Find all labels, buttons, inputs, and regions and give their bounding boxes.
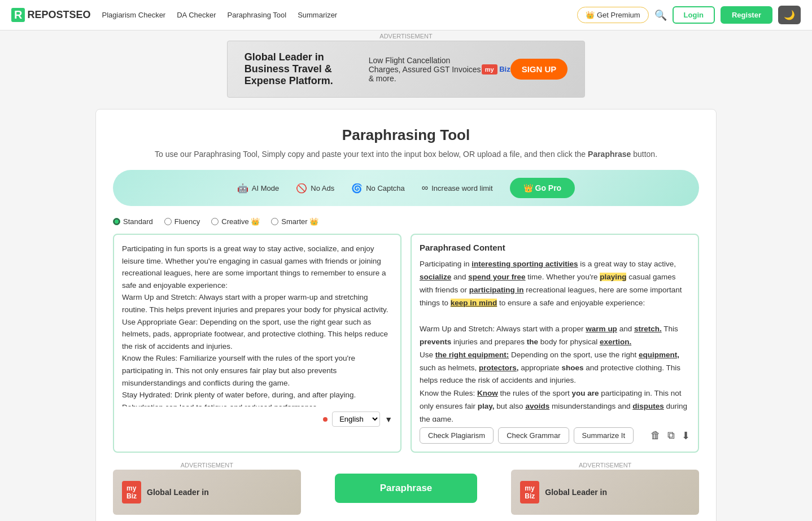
ph-word: socialize [420,273,451,281]
mode-fluency-label: Fluency [174,217,200,226]
ad-bottom-left-label: ADVERTISEMENT [113,462,301,469]
nav-links: Plagiarism Checker DA Checker Paraphrasi… [102,11,566,19]
ph-word: avoids [525,402,549,410]
navbar: R REPOSTSEO Plagiarism Checker DA Checke… [0,0,812,30]
ad-logo: my Biz [482,65,510,73]
mode-standard[interactable]: Standard [113,217,153,226]
logo-text: REPOSTSEO [27,9,90,21]
ads-bottom-row: ADVERTISEMENT myBiz Global Leader in Par… [113,462,699,515]
no-ads-icon: 🚫 [296,183,307,194]
summarize-button[interactable]: Summarize It [574,427,634,444]
no-captcha-icon: 🌀 [351,183,363,194]
mode-creative[interactable]: Creative 👑 [211,217,260,226]
input-footer: English Spanish French German Arabic ▼ [122,411,392,427]
ai-mode-icon: 🤖 [237,183,248,194]
dark-mode-button[interactable]: 🌙 [778,6,801,24]
pro-feature-nocaptcha: 🌀 No Captcha [351,183,405,194]
mode-standard-label: Standard [123,217,153,226]
mode-creative-label: Creative 👑 [221,217,260,226]
ph-word: Know [477,389,498,397]
pro-feature-noads-label: No Ads [311,184,334,192]
mode-smarter-label: Smarter 👑 [281,217,318,226]
premium-button[interactable]: 👑 Get Premium [577,7,648,23]
output-content: Participating in interesting sporting ac… [420,258,690,422]
ph-word: disputes [632,402,664,410]
ph-word: warm up [586,325,617,333]
ad-bottom-right-text: Global Leader in [545,488,607,497]
pro-feature-ai: 🤖 AI Mode [237,183,279,194]
ph-word: you are [571,389,599,397]
logo-r: R [11,8,25,22]
ad-bottom-left-wrapper: ADVERTISEMENT myBiz Global Leader in [113,462,301,515]
ph-word: interesting sporting activities [472,260,578,268]
search-button[interactable]: 🔍 [654,9,667,21]
ad-top-banner: Global Leader in Business Travel & Expen… [227,41,586,98]
output-title: Paraphrased Content [420,243,690,252]
ph-word: play, [478,402,495,410]
ad-biz-logo-right: myBiz [520,481,539,504]
ph-word: participating in [469,286,524,294]
ad-bottom-right: myBiz Global Leader in [511,470,699,515]
ad-left-text: Global Leader in Business Travel & Expen… [245,51,369,87]
nav-right: 👑 Get Premium 🔍 Login Register 🌙 [577,6,801,24]
select-arrow-icon: ▼ [385,415,392,424]
output-icons: 🗑 ⧉ ⬇ [651,430,690,442]
ad-bottom-left: myBiz Global Leader in [113,470,301,515]
page-title: Paraphrasing Tool [113,126,699,144]
ad-bottom-right-label: ADVERTISEMENT [511,462,699,469]
register-button[interactable]: Register [721,6,772,24]
textareas-row: English Spanish French German Arabic ▼ P… [113,234,699,453]
pro-feature-noads: 🚫 No Ads [296,183,334,194]
pro-feature-ai-label: AI Mode [252,184,279,192]
ad-right-text: Low Flight Cancellation Charges, Assured… [369,56,482,83]
mode-standard-radio[interactable] [113,218,120,225]
input-panel: English Spanish French German Arabic ▼ [113,234,401,453]
check-grammar-button[interactable]: Check Grammar [498,427,569,444]
ph-word: playing [600,273,626,281]
mode-fluency-radio[interactable] [164,218,172,225]
nav-da-checker[interactable]: DA Checker [177,11,216,19]
ad-signup-button[interactable]: SIGN UP [510,59,568,80]
ph-word: prevents [420,338,451,346]
mode-fluency[interactable]: Fluency [164,217,200,226]
pro-feature-wordlimit-label: Increase word limit [431,184,492,192]
copy-button[interactable]: ⧉ [667,430,675,441]
page-description: To use our Paraphrasing Tool, Simply cop… [113,150,699,159]
login-button[interactable]: Login [673,6,715,24]
go-pro-button[interactable]: 👑 Go Pro [510,178,575,198]
pro-banner: 🤖 AI Mode 🚫 No Ads 🌀 No Captcha ∞ Increa… [113,170,699,206]
nav-summarizer[interactable]: Summarizer [298,11,337,19]
language-select[interactable]: English Spanish French German Arabic [332,411,380,427]
output-footer: Check Plagiarism Check Grammar Summarize… [420,427,690,444]
ph-word: protectors, [479,364,519,372]
mode-smarter-radio[interactable] [271,218,278,225]
mode-creative-radio[interactable] [211,218,219,225]
paraphrase-btn-wrapper: Paraphrase [312,462,500,515]
word-limit-icon: ∞ [422,183,428,193]
nav-paraphrasing-tool[interactable]: Paraphrasing Tool [228,11,287,19]
ph-word: the [527,338,538,346]
check-plagiarism-button[interactable]: Check Plagiarism [420,427,494,444]
pro-feature-nocaptcha-label: No Captcha [366,184,405,192]
main-content: Paraphrasing Tool To use our Paraphrasin… [95,109,717,521]
error-dot [323,417,328,422]
nav-plagiarism-checker[interactable]: Plagiarism Checker [102,11,165,19]
ph-word: exertion. [600,338,631,346]
ph-word: the right equipment: [435,351,509,359]
paraphrase-button[interactable]: Paraphrase [335,474,478,503]
ad-top-label: ADVERTISEMENT [0,30,812,41]
ad-bottom-left-text: Global Leader in [147,488,209,497]
pro-feature-wordlimit: ∞ Increase word limit [422,183,493,193]
delete-button[interactable]: 🗑 [651,430,661,441]
page-desc-bold: Paraphrase [588,150,631,159]
ad-bottom-right-wrapper: ADVERTISEMENT myBiz Global Leader in [511,462,699,515]
download-button[interactable]: ⬇ [682,430,690,442]
ad-biz-logo-left: myBiz [122,481,141,504]
input-textarea[interactable] [122,243,392,406]
ph-word: equipment, [639,351,679,359]
logo[interactable]: R REPOSTSEO [11,8,90,22]
output-panel: Paraphrased Content Participating in int… [411,234,699,453]
mode-row: Standard Fluency Creative 👑 Smarter 👑 [113,217,699,226]
mode-smarter[interactable]: Smarter 👑 [271,217,318,226]
ph-word: keep in mind [451,299,497,307]
